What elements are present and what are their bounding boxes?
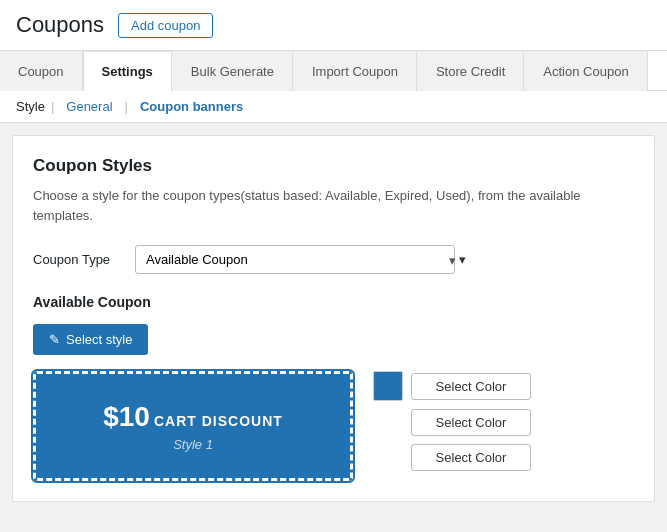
select-style-label: Select style	[66, 332, 132, 347]
color-row-1: Select Color	[373, 371, 531, 401]
select-color-button-1[interactable]: Select Color	[411, 373, 531, 400]
tabs-container: CouponSettingsBulk GenerateImport Coupon…	[0, 51, 667, 91]
coupon-type-select[interactable]: Available Coupon Expired Coupon Used Cou…	[135, 245, 455, 274]
color-row-3: Select Color	[373, 444, 531, 471]
coupon-and-colors: $10 CART DISCOUNT Style 1 Select Color S…	[33, 371, 634, 481]
color-options: Select Color Select Color Select Color	[373, 371, 531, 471]
sub-nav-prefix: Style	[16, 99, 45, 114]
chevron-down-icon: ▾	[459, 252, 466, 267]
available-coupon-label: Available Coupon	[33, 294, 634, 310]
select-style-button[interactable]: ✎ Select style	[33, 324, 148, 355]
coupon-style-label: Style 1	[173, 437, 213, 452]
select-color-button-3[interactable]: Select Color	[411, 444, 531, 471]
sub-nav-sep2: |	[125, 99, 128, 114]
tab-import-coupon[interactable]: Import Coupon	[293, 51, 417, 91]
sub-nav-general[interactable]: General	[60, 99, 118, 114]
pencil-icon: ✎	[49, 332, 60, 347]
coupon-description: CART DISCOUNT	[154, 413, 283, 429]
coupon-type-row: Coupon Type Available Coupon Expired Cou…	[33, 245, 634, 274]
content-area: Coupon Styles Choose a style for the cou…	[12, 135, 655, 502]
coupon-dollar-amount: $10	[103, 401, 150, 433]
section-title: Coupon Styles	[33, 156, 634, 176]
tab-store-credit[interactable]: Store Credit	[417, 51, 524, 91]
section-description: Choose a style for the coupon types(stat…	[33, 186, 634, 225]
coupon-type-label: Coupon Type	[33, 252, 123, 267]
select-color-button-2[interactable]: Select Color	[411, 409, 531, 436]
coupon-amount: $10 CART DISCOUNT	[103, 401, 283, 433]
page-title: Coupons	[16, 12, 104, 38]
tab-bulk-generate[interactable]: Bulk Generate	[172, 51, 293, 91]
page-header: Coupons Add coupon	[0, 0, 667, 51]
sub-nav-sep1: |	[51, 99, 54, 114]
coupon-preview: $10 CART DISCOUNT Style 1	[33, 371, 353, 481]
sub-nav-coupon-banners[interactable]: Coupon banners	[134, 99, 249, 114]
color-row-2: Select Color	[373, 409, 531, 436]
tab-coupon[interactable]: Coupon	[0, 51, 83, 91]
add-coupon-button[interactable]: Add coupon	[118, 13, 213, 38]
tab-settings[interactable]: Settings	[83, 51, 172, 91]
tab-action-coupon[interactable]: Action Coupon	[524, 51, 647, 91]
select-wrapper: Available Coupon Expired Coupon Used Cou…	[135, 245, 466, 274]
sub-nav: Style | General | Coupon banners	[0, 91, 667, 123]
color-swatch-1	[373, 371, 403, 401]
